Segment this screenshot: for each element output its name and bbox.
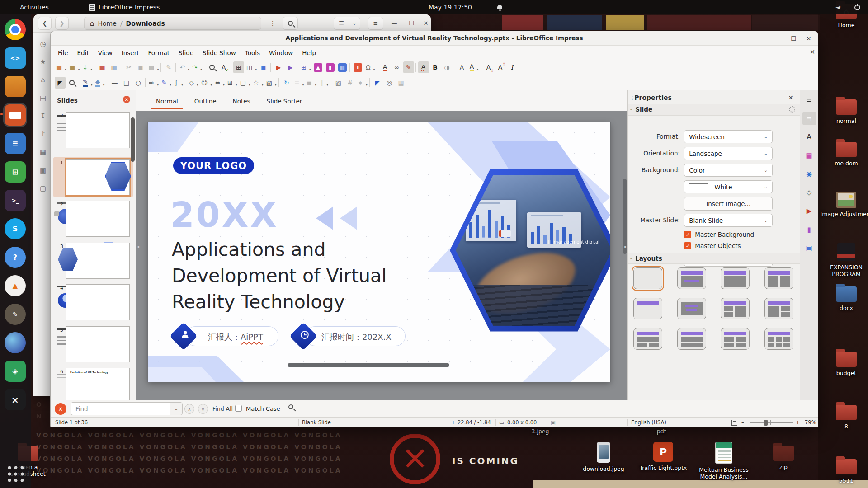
panel-splitter-left[interactable]: ◂	[137, 244, 139, 249]
title-bar[interactable]: Applications and Development of Virtual …	[51, 31, 818, 46]
dock-libreoffice-impress[interactable]	[5, 104, 26, 126]
horizontal-scrollbar[interactable]	[288, 363, 449, 367]
background-dropdown[interactable]: Color⌄	[684, 164, 773, 177]
copy[interactable]: ▣	[135, 61, 146, 73]
forward-button[interactable]: ❯	[55, 17, 69, 30]
slide-thumbnail[interactable]: Applications and Development of Virtual …	[66, 159, 130, 195]
layouts-section-header[interactable]: ⌄ Layouts	[628, 253, 800, 264]
find-input[interactable]	[71, 402, 170, 415]
desktop-icon-traffic-light-pptx[interactable]: P Traffic Light.pptx	[635, 442, 691, 471]
cut[interactable]: ✂	[123, 61, 134, 73]
shrink-font[interactable]: A	[483, 61, 494, 73]
fm-maximize-button[interactable]: ☐	[406, 17, 417, 30]
shapes-tab[interactable]: ◇	[802, 186, 816, 199]
slide-thumbnail[interactable]	[66, 284, 130, 320]
paste[interactable]: ▤	[147, 61, 159, 73]
image-filter[interactable]: ∗	[356, 77, 368, 89]
desktop-icon-8[interactable]: 8	[817, 401, 868, 430]
menu-item[interactable]: View	[94, 46, 117, 60]
styles-tab[interactable]: A	[802, 130, 816, 144]
hyperlink[interactable]: ∞	[392, 61, 402, 73]
stars-banners[interactable]: ☆	[252, 77, 264, 89]
text-shadow[interactable]: ◑	[442, 61, 453, 73]
menu-item[interactable]: Help	[297, 46, 321, 60]
bold[interactable]: B	[430, 61, 441, 73]
layout-content-over-2[interactable]	[633, 328, 662, 350]
connectors[interactable]: ʃ	[173, 77, 184, 89]
fm-hamburger-menu[interactable]: ≡	[368, 17, 383, 30]
layout-2rows[interactable]	[677, 328, 706, 350]
rectangle[interactable]: □	[121, 77, 132, 89]
desktop-label-3-jpeg[interactable]: 3.jpeg	[526, 428, 554, 435]
close-button[interactable]: ✕	[803, 33, 814, 43]
fm-pictures[interactable]: ▦	[40, 148, 46, 156]
desktop-icon-normal[interactable]: normal	[817, 96, 868, 124]
master-background-checkbox[interactable]: ✓	[684, 231, 691, 238]
slide-title[interactable]: Applications and Development of Virtual …	[172, 236, 389, 315]
gluepoints[interactable]: ◎	[384, 77, 395, 89]
menu-item[interactable]: Tools	[241, 46, 264, 60]
match-case-checkbox[interactable]	[235, 405, 242, 412]
flowchart-shapes[interactable]: ⊞	[226, 77, 238, 89]
highlight-brush[interactable]: ✎	[403, 61, 414, 73]
slide-thumbnail[interactable]	[66, 326, 130, 362]
zoom-pan[interactable]	[66, 77, 77, 89]
slide-section-header[interactable]: ⌄ Slide	[628, 104, 800, 116]
desktop-icon-image-adjustment[interactable]: Image Adjustment	[817, 189, 868, 217]
maximize-button[interactable]: ☐	[788, 33, 799, 43]
start-from-current-slide[interactable]: ▶	[285, 61, 296, 73]
menu-item[interactable]: Slide	[174, 46, 198, 60]
insert-media[interactable]: ▮	[325, 61, 336, 73]
highlighting-color[interactable]: A	[468, 61, 479, 73]
vertical-scrollbar[interactable]	[623, 179, 627, 254]
dock-terminal[interactable]: >_	[5, 190, 26, 211]
menu-item[interactable]: Window	[264, 46, 297, 60]
line-color[interactable]: ✎	[81, 77, 93, 89]
find-next-button[interactable]: ∨	[198, 404, 208, 414]
grow-font[interactable]: A	[495, 61, 506, 73]
menu-item[interactable]: Edit	[73, 46, 94, 60]
slides-scrollbar[interactable]	[131, 117, 135, 162]
display-views[interactable]: ◫	[245, 61, 257, 73]
insert-chart[interactable]: ▥	[337, 61, 348, 73]
year-text[interactable]: 20XX	[170, 195, 278, 235]
open-file[interactable]: ▦	[68, 61, 80, 73]
fm-minimize-button[interactable]: —	[389, 17, 400, 30]
reporter-field[interactable]: 汇报人：AiPPT	[174, 324, 282, 349]
ellipse[interactable]: ○	[133, 77, 144, 89]
desktop-icon-docx[interactable]: docx	[817, 283, 868, 311]
3d-objects[interactable]: ▧	[265, 77, 277, 89]
menu-item[interactable]: Insert	[117, 46, 144, 60]
italic[interactable]: I	[507, 61, 518, 73]
dock-software[interactable]: ◈	[5, 361, 26, 382]
dock-x-app[interactable]: ×	[5, 389, 26, 410]
slide-thumbnail[interactable]: Evolution of VR Technology	[66, 368, 130, 400]
slide-thumbnail-row[interactable]: 2	[53, 199, 133, 239]
start-from-first-slide[interactable]: ▶	[273, 61, 284, 73]
lines-and-arrows[interactable]: ⇨	[148, 77, 160, 89]
dock-gimp[interactable]: ✎	[5, 304, 26, 325]
font-color[interactable]: A	[380, 61, 391, 73]
desktop-label-pdf[interactable]: pdf	[651, 428, 672, 435]
slide-thumbnail-row[interactable]: 5	[53, 324, 133, 364]
layout-title-content[interactable]	[677, 267, 706, 289]
tab-outline[interactable]: Outline	[188, 93, 223, 109]
desktop-icon-me-dom[interactable]: me dom	[817, 138, 868, 167]
sidebar-menu[interactable]: ≡	[802, 93, 816, 107]
slides-panel-close-icon[interactable]: ✕	[123, 96, 130, 103]
find-close-button[interactable]: ✕	[55, 403, 66, 415]
dock-libreoffice-calc[interactable]: ⊞	[5, 161, 26, 183]
find-all-button[interactable]: Find All	[212, 405, 233, 412]
insert-textbox[interactable]: T	[352, 61, 363, 73]
slide-thumbnail-row[interactable]: 4	[53, 282, 133, 322]
undo[interactable]: ↶	[178, 61, 190, 73]
desktop-icon-download-jpeg[interactable]: download.jpeg	[576, 442, 632, 472]
dock-chrome[interactable]	[5, 19, 26, 40]
slide-thumbnail[interactable]	[66, 201, 130, 237]
focused-app-menu[interactable]: LibreOffice Impress	[89, 0, 160, 14]
layout-6content[interactable]	[764, 328, 793, 350]
dock-vscode[interactable]: <>	[5, 47, 26, 69]
print[interactable]: ▥	[108, 61, 119, 73]
layout-4content[interactable]	[721, 328, 750, 350]
dock-help[interactable]: ?	[5, 247, 26, 268]
